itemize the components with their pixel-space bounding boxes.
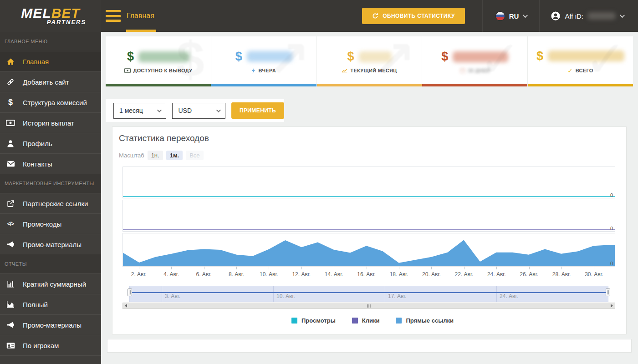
legend-item-clicks[interactable]: Клики [352,317,380,324]
sidebar-item-commission-structure[interactable]: $ Структура комиссий [0,92,101,112]
navigator-right-handle[interactable] [606,288,610,296]
views-zero-line [123,196,615,197]
account-menu[interactable]: Aff iD: [540,0,632,32]
sidebar-item-add-site[interactable]: Добавить сайт [0,71,101,92]
pane-views: 0 [122,167,615,198]
sidebar-item-payout-history[interactable]: История выплат [0,112,101,133]
megaphone-icon [5,241,15,248]
sidebar-item-promo-materials[interactable]: Промо-материалы [0,234,101,254]
chart-scrollbar[interactable] [122,303,615,309]
x-axis-label: 28. Авг. [552,271,571,278]
user-circle-icon [551,11,561,21]
navigator-label: 3. Авг. [165,293,180,299]
chart-title: Статистика переходов [119,133,626,143]
navigator-left-handle[interactable] [128,288,132,296]
melbet-partners-logo[interactable]: MELBET PARTNERS [0,0,101,32]
apply-button[interactable]: ПРИМЕНИТЬ [231,102,284,119]
dollar-icon: $ [5,98,15,107]
sidebar-item-profile[interactable]: Профиль [0,133,101,153]
page-title: Главная [127,12,154,20]
sidebar-item-home[interactable]: Главная [0,51,101,71]
logo-text: MELBET [21,7,80,20]
stat-cards-row: $ ДОСТУПНО К ВЫВОДУ $ [106,36,633,86]
x-axis-tick [139,267,139,269]
x-axis-tick [529,267,530,269]
zoom-label: Масштаб [119,152,144,159]
zoom-button-all[interactable]: Все [186,151,203,160]
scrollbar-left-arrow-icon[interactable] [125,304,127,308]
y-axis-zero: 0 [610,261,613,266]
stat-card-label: ДОСТУПНО К ВЫВОДУ [124,68,193,73]
zoom-button-1month[interactable]: 1м. [166,151,183,160]
sidebar-item-report-promo-materials[interactable]: Промо-материалы [0,314,101,335]
x-axis-tick [269,267,269,269]
zoom-button-1week[interactable]: 1н. [148,151,163,160]
language-selector[interactable]: RU [483,0,540,32]
legend-item-views[interactable]: Просмотры [291,317,336,324]
x-axis-tick [431,267,432,269]
code-icon: </> [5,221,15,227]
x-axis-tick [367,267,367,269]
chart-panes: 0 0 0 [122,167,615,267]
language-code: RU [509,12,519,20]
app-root: MELBET PARTNERS ГЛАВНОЕ МЕНЮ Главная Доб… [0,0,638,364]
currency-select[interactable]: USD [172,103,225,119]
legend-item-direct-links[interactable]: Прямые ссылки [396,317,454,324]
chevron-down-icon [523,13,528,18]
chart-zoom-row: Масштаб 1н. 1м. Все [119,151,626,160]
sidebar-section-marketing-tools: МАРКЕТИНГОВЫЕ ИНСТРУМЕНТЫ [0,174,101,193]
x-axis-label: 10. Авг. [260,271,278,278]
sidebar-item-promo-codes[interactable]: </> Промо-коды [0,213,101,234]
sidebar-item-report-summary[interactable]: Краткий суммарный [0,273,101,294]
external-link-icon [5,200,15,207]
x-axis-label: 30. Авг. [585,271,603,278]
sidebar-item-report-full[interactable]: Полный [0,294,101,314]
direct-links-area-chart [123,233,615,266]
currency-sign: $ [235,50,242,64]
sidebar-item-partner-links[interactable]: Партнерские ссылки [0,193,101,213]
y-axis-zero: 0 [610,226,613,231]
x-axis-tick [334,267,334,269]
navigator-label: 17. Авг. [388,293,407,299]
line-chart-icon [342,68,347,73]
card-accent-bar [317,84,422,86]
navigator-gridline [162,286,162,302]
x-axis-label: 14. Авг. [325,271,343,278]
hamburger-menu-icon[interactable] [106,10,121,22]
refresh-statistics-button[interactable]: ОБНОВИТЬ СТАТИСТИКУ [362,8,465,24]
bar-chart-icon [5,280,15,288]
x-axis-tick [204,267,204,269]
stat-value-redacted [247,51,292,62]
period-select[interactable]: 1 месяц [113,103,166,119]
x-axis-tick [496,267,497,269]
x-axis-tick [561,267,562,269]
x-axis-tick [594,267,594,269]
stat-card-label: ✓ ВСЕГО [568,67,593,74]
scrollbar-grip-icon[interactable] [367,304,371,308]
range-navigator[interactable]: 3. Авг.10. Авг.17. Авг.24. Авг. [129,286,608,302]
refresh-icon [372,13,378,19]
home-icon [5,58,15,66]
currency-sign: $ [127,50,134,64]
chart-legend: Просмотры Клики Прямые ссылки [119,317,626,324]
currency-sign: $ [441,50,448,64]
stat-card-yesterday: $ ВЧЕРА [211,36,317,86]
active-tab-underline [126,30,156,32]
sidebar-item-contacts[interactable]: Контакты [0,153,101,174]
card-accent-bar [211,84,316,86]
aff-id-redacted [587,12,616,20]
aff-id-label: Aff iD: [565,12,583,20]
x-axis-tick [236,267,237,269]
filter-panel: 1 месяц USD ПРИМЕНИТЬ [106,99,284,122]
sidebar-item-report-by-players[interactable]: По игрокам [0,335,101,355]
scrollbar-right-arrow-icon[interactable] [611,304,613,308]
x-axis-label: 24. Авг. [487,271,506,278]
banknote-icon [124,68,131,73]
chevron-down-icon [157,108,162,112]
legend-swatch [396,318,402,324]
clicks-zero-line [123,229,615,230]
sidebar-section-reports: ОТЧЕТЫ [0,254,101,273]
russian-flag-icon [495,11,505,21]
navigator-gridline [273,286,274,302]
stat-value-redacted [359,51,392,62]
